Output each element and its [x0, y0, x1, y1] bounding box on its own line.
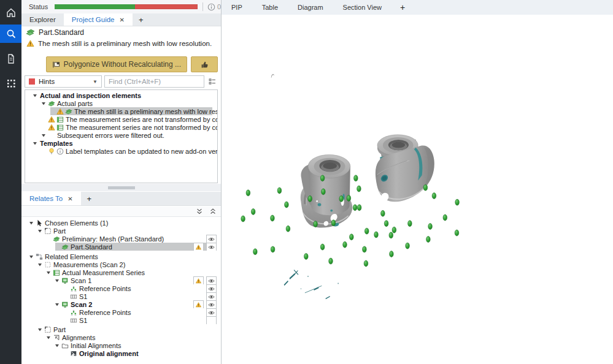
reference-point[interactable]	[443, 214, 447, 221]
tree-row[interactable]: Initial Alignments	[21, 341, 221, 349]
reference-point[interactable]	[271, 246, 275, 252]
viewport-tab-table[interactable]: Table	[252, 4, 288, 11]
tree-row[interactable]: Templates	[25, 139, 217, 147]
reference-point[interactable]	[329, 258, 333, 264]
collapse-all-icon[interactable]	[196, 208, 204, 215]
reference-point[interactable]	[363, 246, 367, 252]
visibility-eye-toggle[interactable]	[206, 300, 217, 308]
reference-point[interactable]	[320, 244, 325, 250]
tree-row[interactable]: Part	[21, 325, 221, 333]
reference-point[interactable]	[364, 228, 369, 234]
viewport-tab-diagram[interactable]: Diagram	[288, 4, 333, 11]
reference-point[interactable]	[271, 215, 275, 221]
tree-row[interactable]: Part	[21, 227, 221, 235]
tree-row-selected[interactable]: The mesh still is a preliminary mesh wit…	[25, 107, 217, 115]
panel-splitter[interactable]	[21, 184, 221, 191]
reference-point[interactable]	[390, 251, 394, 257]
reference-point[interactable]	[331, 220, 336, 226]
viewport-tab-pip[interactable]: PIP	[222, 4, 252, 11]
reference-point[interactable]	[357, 205, 361, 211]
reference-point[interactable]	[455, 230, 459, 236]
expander-icon[interactable]	[39, 100, 47, 107]
tab-project-guide[interactable]: Project Guide✕	[64, 13, 133, 26]
close-icon[interactable]: ✕	[67, 195, 72, 202]
reference-point[interactable]	[339, 195, 344, 202]
tree-row[interactable]: Reference Points	[21, 308, 221, 316]
expander-icon[interactable]	[44, 334, 52, 341]
search-icon[interactable]	[0, 25, 21, 43]
tree-row[interactable]: S1	[21, 292, 221, 300]
tree-row[interactable]: Alignments	[21, 333, 221, 341]
visibility-checkbox[interactable]	[206, 316, 217, 324]
find-options-button[interactable]	[207, 75, 218, 88]
tree-row[interactable]: Actual and inspection elements	[25, 91, 217, 99]
expand-all-icon[interactable]	[209, 208, 217, 215]
warning-badge[interactable]	[193, 243, 204, 251]
reference-point[interactable]	[277, 188, 282, 194]
reference-point[interactable]	[320, 175, 325, 181]
expander-icon[interactable]	[36, 261, 44, 268]
expander-icon[interactable]	[53, 342, 61, 349]
reference-point[interactable]	[374, 232, 379, 238]
visibility-eye-toggle[interactable]	[206, 235, 217, 243]
reference-point[interactable]	[308, 195, 312, 202]
reference-point[interactable]	[364, 260, 368, 267]
reference-point[interactable]	[432, 193, 436, 199]
reference-point[interactable]	[406, 243, 410, 249]
viewport-tab-section-view[interactable]: Section View	[333, 4, 391, 11]
tab-relates-to[interactable]: Relates To✕	[21, 192, 81, 205]
expander-icon[interactable]	[27, 219, 35, 226]
reference-point[interactable]	[251, 208, 255, 214]
reference-point[interactable]	[428, 223, 433, 229]
tree-row[interactable]: Preliminary: Mesh (Part.Standard)	[21, 235, 221, 243]
expander-icon[interactable]	[31, 92, 39, 99]
reference-point[interactable]	[343, 241, 347, 248]
reference-point[interactable]	[353, 205, 357, 211]
add-tab-button[interactable]: +	[81, 192, 98, 205]
reference-point[interactable]	[347, 195, 351, 201]
add-viewport-tab-button[interactable]: +	[391, 2, 414, 12]
tree-row[interactable]: Related Elements	[21, 252, 221, 260]
warning-badge[interactable]	[193, 276, 204, 284]
reference-point[interactable]	[384, 221, 388, 227]
tree-row[interactable]: Label templates can be updated to new ad…	[25, 147, 217, 155]
tree-row[interactable]: Scan 2	[21, 300, 221, 308]
reference-point[interactable]	[381, 210, 385, 216]
expander-icon[interactable]	[27, 253, 35, 260]
tree-row[interactable]: Actual parts	[25, 99, 217, 107]
visibility-eye-toggle[interactable]	[206, 276, 217, 284]
reference-point[interactable]	[389, 232, 393, 238]
reference-point[interactable]	[253, 249, 258, 255]
reference-point[interactable]	[455, 199, 460, 205]
expander-icon[interactable]	[39, 132, 47, 138]
reference-point[interactable]	[423, 184, 428, 191]
visibility-eye-toggle[interactable]	[206, 292, 217, 300]
reference-point[interactable]	[285, 202, 289, 208]
tree-row-selected[interactable]: Part.Standard	[21, 243, 221, 251]
reference-point[interactable]	[392, 227, 396, 233]
splitter-handle[interactable]	[108, 186, 135, 189]
thumbs-up-button[interactable]	[191, 56, 218, 72]
tree-row[interactable]: The measurement series are not transform…	[25, 123, 217, 131]
tab-explorer[interactable]: Explorer	[21, 13, 64, 26]
warning-badge[interactable]	[193, 300, 204, 308]
reference-point[interactable]	[241, 216, 245, 222]
grid-icon[interactable]	[0, 75, 21, 92]
reference-point[interactable]	[314, 221, 318, 227]
tree-row[interactable]: Reference Points	[21, 284, 221, 292]
tree-row[interactable]: Scan 1	[21, 276, 221, 284]
reference-point[interactable]	[349, 234, 353, 240]
close-icon[interactable]: ✕	[120, 17, 125, 23]
reference-point[interactable]	[246, 190, 250, 196]
reference-point[interactable]	[408, 221, 412, 227]
tree-row[interactable]: Original alignment	[21, 349, 221, 357]
reference-point[interactable]	[426, 237, 431, 243]
expander-icon[interactable]	[31, 140, 39, 146]
tree-row[interactable]: The measurement series are not transform…	[25, 115, 217, 123]
3d-viewport[interactable]	[222, 15, 613, 364]
reference-point[interactable]	[322, 189, 326, 195]
reference-point[interactable]	[354, 175, 358, 181]
document-icon[interactable]	[0, 50, 21, 67]
tree-row[interactable]: Actual Measurement Series	[21, 268, 221, 276]
add-tab-button[interactable]: +	[133, 13, 150, 26]
